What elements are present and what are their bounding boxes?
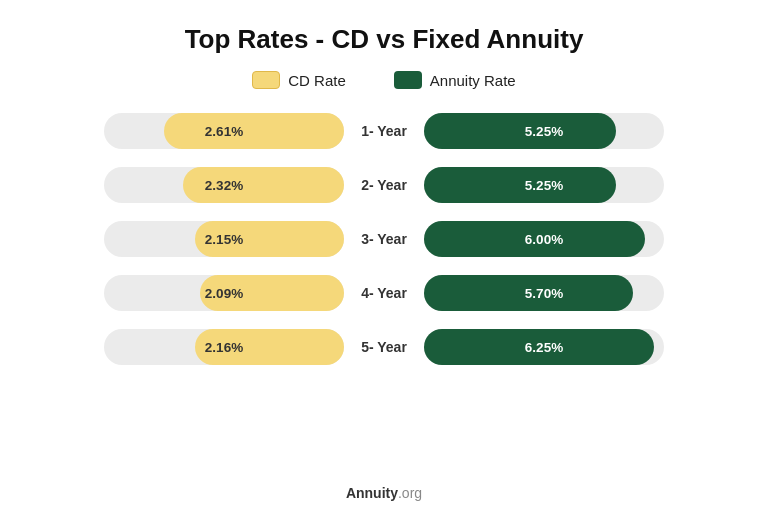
annuity-label-2: 6.00% bbox=[424, 232, 664, 247]
brand-name: Annuity bbox=[346, 485, 398, 501]
annuity-track-4: 6.25% bbox=[424, 329, 664, 365]
right-side-3: 5.70% bbox=[424, 275, 736, 311]
cd-track-3: 2.09% bbox=[104, 275, 344, 311]
bar-row: 2.15% 3- Year 6.00% bbox=[32, 217, 736, 261]
annuity-swatch bbox=[394, 71, 422, 89]
period-label-4: 5- Year bbox=[344, 339, 424, 355]
legend-cd: CD Rate bbox=[252, 71, 346, 89]
legend-annuity: Annuity Rate bbox=[394, 71, 516, 89]
annuity-label-1: 5.25% bbox=[424, 178, 664, 193]
annuity-track-3: 5.70% bbox=[424, 275, 664, 311]
right-side-0: 5.25% bbox=[424, 113, 736, 149]
annuity-track-1: 5.25% bbox=[424, 167, 664, 203]
annuity-label-0: 5.25% bbox=[424, 124, 664, 139]
period-label-3: 4- Year bbox=[344, 285, 424, 301]
left-side-0: 2.61% bbox=[32, 113, 344, 149]
left-side-2: 2.15% bbox=[32, 221, 344, 257]
right-side-1: 5.25% bbox=[424, 167, 736, 203]
period-label-2: 3- Year bbox=[344, 231, 424, 247]
left-side-1: 2.32% bbox=[32, 167, 344, 203]
annuity-legend-label: Annuity Rate bbox=[430, 72, 516, 89]
left-side-4: 2.16% bbox=[32, 329, 344, 365]
annuity-track-0: 5.25% bbox=[424, 113, 664, 149]
annuity-track-2: 6.00% bbox=[424, 221, 664, 257]
cd-label-0: 2.61% bbox=[104, 124, 344, 139]
right-side-2: 6.00% bbox=[424, 221, 736, 257]
cd-label-4: 2.16% bbox=[104, 340, 344, 355]
right-side-4: 6.25% bbox=[424, 329, 736, 365]
annuity-label-4: 6.25% bbox=[424, 340, 664, 355]
bar-row: 2.09% 4- Year 5.70% bbox=[32, 271, 736, 315]
chart-title: Top Rates - CD vs Fixed Annuity bbox=[185, 24, 584, 55]
cd-label-3: 2.09% bbox=[104, 286, 344, 301]
annuity-label-3: 5.70% bbox=[424, 286, 664, 301]
bar-row: 2.32% 2- Year 5.25% bbox=[32, 163, 736, 207]
left-side-3: 2.09% bbox=[32, 275, 344, 311]
period-label-1: 2- Year bbox=[344, 177, 424, 193]
chart-area: 2.61% 1- Year 5.25% 2.32% 2- Year bbox=[32, 109, 736, 471]
bar-row: 2.16% 5- Year 6.25% bbox=[32, 325, 736, 369]
brand-domain: .org bbox=[398, 485, 422, 501]
cd-track-1: 2.32% bbox=[104, 167, 344, 203]
cd-track-2: 2.15% bbox=[104, 221, 344, 257]
cd-label-1: 2.32% bbox=[104, 178, 344, 193]
cd-track-4: 2.16% bbox=[104, 329, 344, 365]
cd-swatch bbox=[252, 71, 280, 89]
cd-label-2: 2.15% bbox=[104, 232, 344, 247]
period-label-0: 1- Year bbox=[344, 123, 424, 139]
bar-row: 2.61% 1- Year 5.25% bbox=[32, 109, 736, 153]
cd-legend-label: CD Rate bbox=[288, 72, 346, 89]
footer: Annuity.org bbox=[346, 485, 422, 501]
legend: CD Rate Annuity Rate bbox=[32, 71, 736, 89]
cd-track-0: 2.61% bbox=[104, 113, 344, 149]
